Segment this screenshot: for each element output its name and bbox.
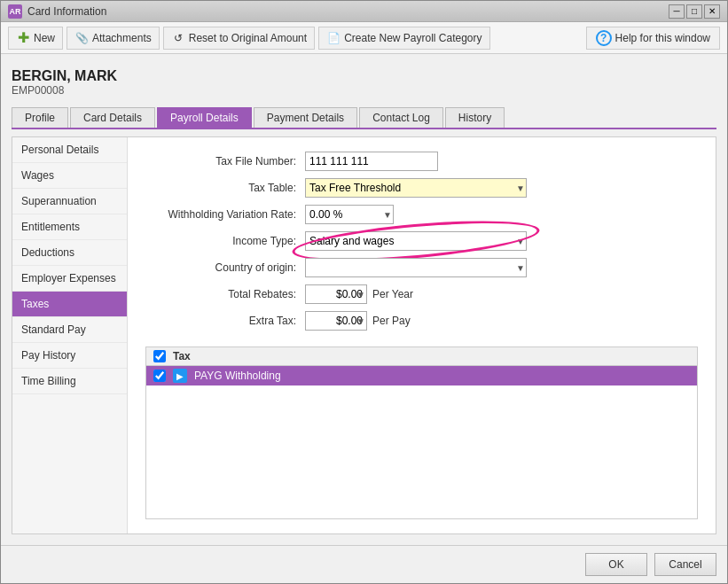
reset-button[interactable]: ↺ Reset to Original Amount bbox=[163, 27, 315, 50]
payg-arrow-icon: ▶ bbox=[173, 369, 187, 383]
cancel-button[interactable]: Cancel bbox=[654, 553, 716, 576]
total-rebates-input[interactable] bbox=[305, 284, 367, 304]
close-button[interactable]: ✕ bbox=[704, 4, 720, 19]
sidebar-item-taxes[interactable]: Taxes bbox=[12, 292, 127, 317]
grid-header: Tax bbox=[146, 347, 697, 366]
sidebar-item-wages[interactable]: Wages bbox=[12, 163, 127, 189]
tab-history[interactable]: History bbox=[445, 107, 505, 128]
total-rebates-label: Total Rebates: bbox=[145, 288, 305, 300]
sidebar-item-personal-details[interactable]: Personal Details bbox=[12, 137, 127, 163]
employee-header: BERGIN, MARK EMP00008 bbox=[12, 65, 716, 100]
sidebar-item-time-billing[interactable]: Time Billing bbox=[12, 369, 127, 394]
tab-bar: Profile Card Details Payroll Details Pay… bbox=[12, 107, 716, 129]
attachments-button[interactable]: 📎 Attachments bbox=[67, 27, 160, 50]
sidebar-item-pay-history[interactable]: Pay History bbox=[12, 343, 127, 369]
tab-payment-details[interactable]: Payment Details bbox=[254, 107, 357, 128]
income-type-label: Income Type: bbox=[145, 235, 305, 247]
country-select-wrap: ▼ bbox=[305, 258, 527, 277]
bottom-bar: OK Cancel bbox=[1, 545, 727, 583]
content-area: BERGIN, MARK EMP00008 Profile Card Detai… bbox=[1, 54, 727, 545]
tab-card-details[interactable]: Card Details bbox=[70, 107, 155, 128]
main-panel: Personal Details Wages Superannuation En… bbox=[12, 136, 716, 534]
tax-table-select[interactable]: Tax Free Threshold bbox=[305, 178, 527, 198]
reset-label: Reset to Original Amount bbox=[189, 32, 307, 44]
ok-button[interactable]: OK bbox=[585, 553, 647, 576]
tax-table-select-wrap: Tax Free Threshold ▼ bbox=[305, 178, 527, 198]
help-icon: ? bbox=[596, 30, 612, 46]
income-type-highlight: Salary and wages ▼ bbox=[305, 231, 527, 251]
sidebar-item-standard-pay[interactable]: Standard Pay bbox=[12, 317, 127, 343]
country-of-origin-row: Country of origin: ▼ bbox=[145, 258, 698, 277]
sidebar-item-superannuation[interactable]: Superannuation bbox=[12, 189, 127, 214]
withholding-rate-select[interactable]: 0.00 % bbox=[305, 205, 394, 224]
tax-table-row: Tax Table: Tax Free Threshold ▼ bbox=[145, 178, 698, 198]
maximize-button[interactable]: □ bbox=[686, 4, 702, 19]
create-label: Create New Payroll Category bbox=[344, 32, 481, 44]
employee-id: EMP00008 bbox=[12, 84, 716, 97]
sidebar-item-entitlements[interactable]: Entitlements bbox=[12, 214, 127, 240]
tab-payroll-details[interactable]: Payroll Details bbox=[157, 107, 252, 128]
grid-header-checkbox[interactable] bbox=[153, 350, 166, 362]
tax-file-number-input[interactable] bbox=[305, 152, 438, 171]
payg-checkbox[interactable] bbox=[153, 370, 166, 382]
form-panel: Tax File Number: Tax Table: Tax Free Thr… bbox=[128, 137, 716, 533]
extra-tax-label: Extra Tax: bbox=[145, 315, 305, 327]
sidebar: Personal Details Wages Superannuation En… bbox=[12, 137, 128, 533]
attachments-icon: 📎 bbox=[74, 31, 89, 45]
toolbar: ✚ New 📎 Attachments ↺ Reset to Original … bbox=[1, 22, 727, 54]
tax-table-label: Tax Table: bbox=[145, 182, 305, 194]
title-bar: AR Card Information ─ □ ✕ bbox=[1, 1, 727, 22]
new-button[interactable]: ✚ New bbox=[8, 27, 63, 50]
attachments-label: Attachments bbox=[92, 32, 152, 44]
payg-label: PAYG Withholding bbox=[194, 370, 281, 382]
country-of-origin-label: Country of origin: bbox=[145, 261, 305, 274]
main-window: AR Card Information ─ □ ✕ ✚ New 📎 Attach… bbox=[0, 0, 728, 584]
extra-tax-input[interactable] bbox=[305, 311, 367, 331]
country-select[interactable] bbox=[305, 258, 527, 277]
grid-header-text: Tax bbox=[173, 350, 191, 362]
grid-row-payg[interactable]: ▶ PAYG Withholding bbox=[146, 366, 697, 385]
window-controls: ─ □ ✕ bbox=[669, 4, 720, 19]
tax-file-number-row: Tax File Number: bbox=[145, 152, 698, 171]
total-rebates-period: Per Year bbox=[372, 288, 413, 300]
help-button[interactable]: ? Help for this window bbox=[586, 27, 720, 50]
create-category-button[interactable]: 📄 Create New Payroll Category bbox=[318, 27, 489, 50]
tab-contact-log[interactable]: Contact Log bbox=[359, 107, 443, 128]
app-icon: AR bbox=[8, 4, 22, 19]
tax-file-number-label: Tax File Number: bbox=[145, 155, 305, 167]
tax-grid: Tax ▶ PAYG Withholding bbox=[145, 347, 698, 519]
sidebar-item-employer-expenses[interactable]: Employer Expenses bbox=[12, 266, 127, 292]
window-title: Card Information bbox=[27, 5, 663, 18]
new-label: New bbox=[34, 32, 55, 44]
total-rebates-amount-wrap: ▼ bbox=[305, 284, 367, 304]
income-type-select[interactable]: Salary and wages bbox=[305, 231, 527, 251]
extra-tax-amount-wrap: ▼ bbox=[305, 311, 367, 331]
extra-tax-period: Per Pay bbox=[372, 315, 411, 327]
new-icon: ✚ bbox=[16, 31, 30, 45]
sidebar-item-deductions[interactable]: Deductions bbox=[12, 240, 127, 266]
reset-icon: ↺ bbox=[171, 31, 185, 45]
help-label: Help for this window bbox=[615, 32, 710, 44]
withholding-rate-label: Withholding Variation Rate: bbox=[145, 208, 305, 221]
create-icon: 📄 bbox=[326, 31, 341, 45]
income-type-row: Income Type: Salary and wages ▼ bbox=[145, 231, 698, 251]
income-type-select-wrap: Salary and wages ▼ bbox=[305, 231, 527, 251]
withholding-rate-select-wrap: 0.00 % ▼ bbox=[305, 205, 394, 224]
extra-tax-row: Extra Tax: ▼ Per Pay bbox=[145, 311, 698, 331]
total-rebates-row: Total Rebates: ▼ Per Year bbox=[145, 284, 698, 304]
minimize-button[interactable]: ─ bbox=[669, 4, 685, 19]
tab-profile[interactable]: Profile bbox=[12, 107, 68, 128]
withholding-rate-row: Withholding Variation Rate: 0.00 % ▼ bbox=[145, 205, 698, 224]
employee-name: BERGIN, MARK bbox=[12, 68, 716, 84]
